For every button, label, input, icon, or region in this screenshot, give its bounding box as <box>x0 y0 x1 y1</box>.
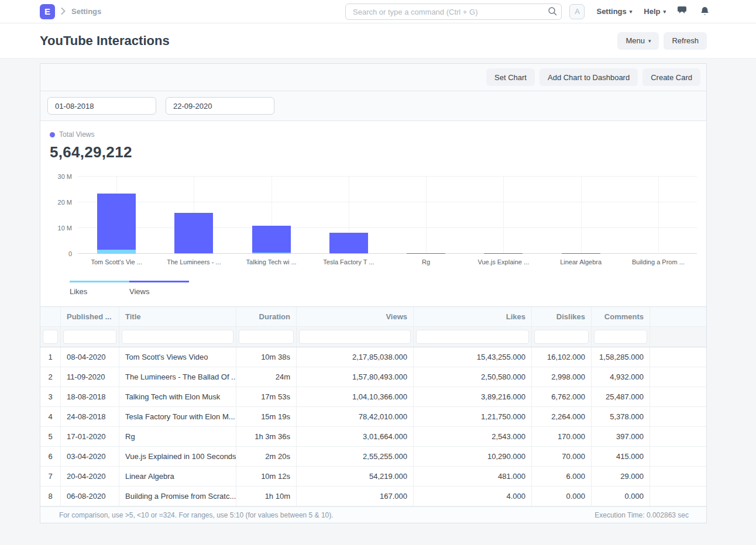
chat-icon[interactable] <box>678 6 689 16</box>
table-cell: Talking Tech with Elon Musk <box>119 387 236 407</box>
nav-settings-label: Settings <box>596 7 626 16</box>
filter-cell-filler <box>650 327 706 347</box>
x-tick-label: Vue.js Explaine ... <box>465 258 542 265</box>
column-filter-input[interactable] <box>534 330 589 344</box>
navbar: E Settings A Settings ▾ Help ▾ <box>0 0 756 23</box>
table-cell: 3,89,216.000 <box>414 387 532 407</box>
global-search <box>345 4 562 20</box>
search-icon[interactable] <box>548 6 557 18</box>
bar-segment-likes <box>252 253 291 254</box>
table-cell: 397.000 <box>592 427 650 447</box>
bar-slot <box>465 177 542 254</box>
table-cell: 1,57,80,493.000 <box>297 367 414 387</box>
bar-segment-views <box>329 233 368 253</box>
table-row[interactable]: 603-04-2020Vue.js Explained in 100 Secon… <box>40 447 706 467</box>
refresh-button[interactable]: Refresh <box>664 32 707 50</box>
column-header[interactable]: Dislikes <box>532 307 592 327</box>
table-cell: 1,21,750.000 <box>414 407 532 427</box>
table-row[interactable]: 108-04-2020Tom Scott's Views Video10m 38… <box>40 347 706 367</box>
table-cell: 2,55,255.000 <box>297 447 414 467</box>
table-cell: 4 <box>40 407 61 427</box>
y-tick-label: 10 M <box>50 225 72 232</box>
column-filter-input[interactable] <box>239 330 294 344</box>
bar-slot <box>387 177 465 254</box>
avatar[interactable]: A <box>569 4 585 19</box>
chart-section: Total Views 5,64,29,212 010 M20 M30 M To… <box>40 121 706 306</box>
search-input[interactable] <box>345 4 562 20</box>
set-chart-button[interactable]: Set Chart <box>486 68 535 86</box>
stacked-bar[interactable] <box>562 253 600 254</box>
x-tick-label: Rg <box>387 258 465 265</box>
table-cell: 2,17,85,038.000 <box>297 347 414 367</box>
table-row[interactable]: 211-09-2020The Lumineers - The Ballad Of… <box>40 367 706 387</box>
stacked-bar[interactable] <box>174 213 213 254</box>
x-tick-label: Talking Tech wi ... <box>233 258 310 265</box>
filter-cell <box>236 327 297 347</box>
column-filter-input[interactable] <box>122 330 233 344</box>
column-filter-input[interactable] <box>416 330 529 344</box>
column-header[interactable]: Duration <box>236 307 297 327</box>
column-header[interactable]: Published ... <box>61 307 119 327</box>
nav-help-dropdown[interactable]: Help ▾ <box>644 7 666 16</box>
table-row[interactable]: 720-04-2020Linear Algebra10m 12s54,219.0… <box>40 467 706 487</box>
column-filter-input[interactable] <box>299 330 411 344</box>
table-cell: 1h 10m <box>236 487 297 506</box>
page-title: YouTube Interactions <box>40 33 170 49</box>
filter-cell <box>119 327 236 347</box>
table-cell: 3 <box>40 387 61 407</box>
table-footer: For comparison, use >5, <10 or =324. For… <box>40 506 706 523</box>
stacked-bar[interactable] <box>407 253 445 254</box>
bar-segment-views <box>174 213 213 253</box>
column-filter-input[interactable] <box>63 330 116 344</box>
legend-item-views[interactable]: Views <box>129 281 189 296</box>
nav-settings-dropdown[interactable]: Settings ▾ <box>596 7 632 16</box>
column-filter-input[interactable] <box>594 330 647 344</box>
table-row[interactable]: 424-08-2018Tesla Factory Tour with Elon … <box>40 407 706 427</box>
chart-plot: 010 M20 M30 M <box>78 177 697 254</box>
column-filter-input[interactable] <box>43 330 58 344</box>
menu-button[interactable]: Menu ▾ <box>617 32 659 50</box>
from-date-input[interactable] <box>47 97 156 115</box>
stacked-bar[interactable] <box>329 233 368 254</box>
table-row[interactable]: 517-01-2020Rg1h 3m 36s3,01,664.0002,543.… <box>40 427 706 447</box>
table-cell: 1h 3m 36s <box>236 427 297 447</box>
table-cell: 5,378.000 <box>592 407 650 427</box>
table-row[interactable]: 806-08-2020Building a Promise from Scrat… <box>40 487 706 506</box>
bell-icon[interactable] <box>700 6 709 16</box>
table-cell: 170.000 <box>532 427 592 447</box>
table-cell: 2,50,580.000 <box>414 367 532 387</box>
table-cell-filler <box>650 347 706 367</box>
breadcrumb-settings[interactable]: Settings <box>71 7 101 16</box>
to-date-input[interactable] <box>166 97 274 115</box>
filter-cell <box>592 327 650 347</box>
column-header[interactable]: Comments <box>592 307 650 327</box>
table-cell: 54,219.000 <box>297 467 414 487</box>
create-card-button[interactable]: Create Card <box>642 68 700 86</box>
column-header[interactable]: Likes <box>414 307 532 327</box>
table-cell: 0.000 <box>592 487 650 506</box>
table-cell: 24-08-2018 <box>61 407 119 427</box>
main-content: Set Chart Add Chart to Dashboard Create … <box>0 58 756 545</box>
bar-slot <box>310 177 387 254</box>
legend-item-likes[interactable]: Likes <box>70 281 129 296</box>
table-row[interactable]: 318-08-2018Talking Tech with Elon Musk17… <box>40 387 706 407</box>
bar-segment-views <box>484 253 523 254</box>
table-cell: 2,543.000 <box>414 427 532 447</box>
column-header[interactable]: Title <box>119 307 236 327</box>
table-cell: 6 <box>40 447 61 467</box>
table-cell: 415.000 <box>592 447 650 467</box>
table-cell: 5 <box>40 427 61 447</box>
stacked-bar[interactable] <box>252 226 291 254</box>
column-header[interactable]: Views <box>297 307 414 327</box>
column-header[interactable] <box>40 307 61 327</box>
stacked-bar[interactable] <box>97 194 136 254</box>
table-cell: 15,43,255.000 <box>414 347 532 367</box>
filter-cell <box>532 327 592 347</box>
column-header-filler <box>650 307 706 327</box>
app-logo[interactable]: E <box>40 4 55 19</box>
stacked-bar[interactable] <box>484 253 523 254</box>
table-cell: 1,04,10,366.000 <box>297 387 414 407</box>
add-chart-to-dashboard-button[interactable]: Add Chart to Dashboard <box>539 68 638 86</box>
table-cell: 10m 12s <box>236 467 297 487</box>
filter-cell <box>40 327 61 347</box>
